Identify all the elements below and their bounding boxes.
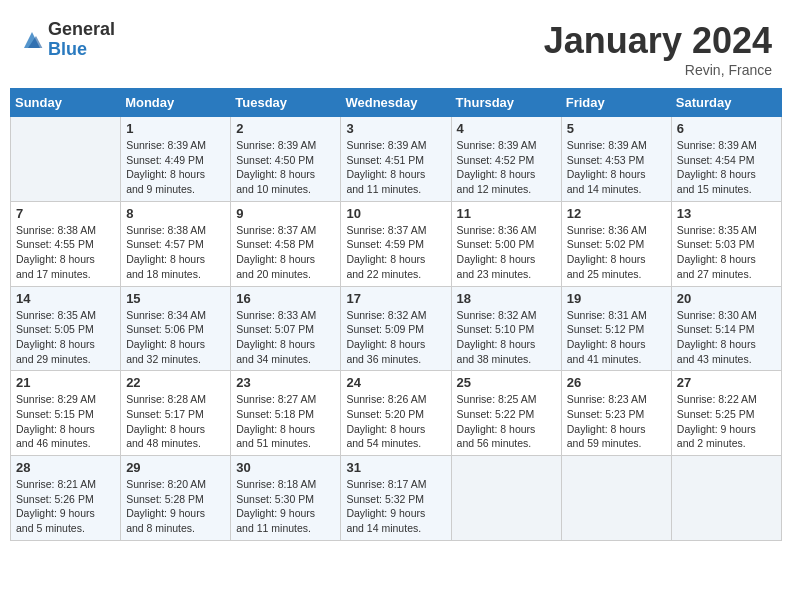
day-number: 9: [236, 206, 335, 221]
day-number: 16: [236, 291, 335, 306]
day-info: Sunrise: 8:26 AMSunset: 5:20 PMDaylight:…: [346, 392, 445, 451]
day-info: Sunrise: 8:36 AMSunset: 5:00 PMDaylight:…: [457, 223, 556, 282]
weekday-header-friday: Friday: [561, 89, 671, 117]
page-header: General Blue January 2024 Revin, France: [10, 10, 782, 83]
weekday-header-monday: Monday: [121, 89, 231, 117]
day-info: Sunrise: 8:32 AMSunset: 5:10 PMDaylight:…: [457, 308, 556, 367]
day-info: Sunrise: 8:29 AMSunset: 5:15 PMDaylight:…: [16, 392, 115, 451]
calendar-cell: [451, 456, 561, 541]
day-number: 17: [346, 291, 445, 306]
day-number: 25: [457, 375, 556, 390]
calendar-cell: 31Sunrise: 8:17 AMSunset: 5:32 PMDayligh…: [341, 456, 451, 541]
calendar-cell: 16Sunrise: 8:33 AMSunset: 5:07 PMDayligh…: [231, 286, 341, 371]
day-number: 29: [126, 460, 225, 475]
day-info: Sunrise: 8:21 AMSunset: 5:26 PMDaylight:…: [16, 477, 115, 536]
day-info: Sunrise: 8:39 AMSunset: 4:52 PMDaylight:…: [457, 138, 556, 197]
day-info: Sunrise: 8:37 AMSunset: 4:59 PMDaylight:…: [346, 223, 445, 282]
day-number: 4: [457, 121, 556, 136]
weekday-header-thursday: Thursday: [451, 89, 561, 117]
day-number: 2: [236, 121, 335, 136]
day-number: 19: [567, 291, 666, 306]
calendar-cell: 3Sunrise: 8:39 AMSunset: 4:51 PMDaylight…: [341, 117, 451, 202]
day-info: Sunrise: 8:34 AMSunset: 5:06 PMDaylight:…: [126, 308, 225, 367]
day-number: 6: [677, 121, 776, 136]
day-number: 12: [567, 206, 666, 221]
day-info: Sunrise: 8:39 AMSunset: 4:54 PMDaylight:…: [677, 138, 776, 197]
day-number: 31: [346, 460, 445, 475]
weekday-header-row: SundayMondayTuesdayWednesdayThursdayFrid…: [11, 89, 782, 117]
calendar-cell: 5Sunrise: 8:39 AMSunset: 4:53 PMDaylight…: [561, 117, 671, 202]
calendar-cell: 7Sunrise: 8:38 AMSunset: 4:55 PMDaylight…: [11, 201, 121, 286]
day-number: 7: [16, 206, 115, 221]
day-number: 8: [126, 206, 225, 221]
calendar-cell: 18Sunrise: 8:32 AMSunset: 5:10 PMDayligh…: [451, 286, 561, 371]
day-info: Sunrise: 8:33 AMSunset: 5:07 PMDaylight:…: [236, 308, 335, 367]
day-number: 20: [677, 291, 776, 306]
day-info: Sunrise: 8:37 AMSunset: 4:58 PMDaylight:…: [236, 223, 335, 282]
day-info: Sunrise: 8:36 AMSunset: 5:02 PMDaylight:…: [567, 223, 666, 282]
calendar-cell: 14Sunrise: 8:35 AMSunset: 5:05 PMDayligh…: [11, 286, 121, 371]
day-info: Sunrise: 8:23 AMSunset: 5:23 PMDaylight:…: [567, 392, 666, 451]
calendar-cell: 4Sunrise: 8:39 AMSunset: 4:52 PMDaylight…: [451, 117, 561, 202]
day-info: Sunrise: 8:38 AMSunset: 4:55 PMDaylight:…: [16, 223, 115, 282]
calendar-cell: 30Sunrise: 8:18 AMSunset: 5:30 PMDayligh…: [231, 456, 341, 541]
day-info: Sunrise: 8:28 AMSunset: 5:17 PMDaylight:…: [126, 392, 225, 451]
day-number: 22: [126, 375, 225, 390]
day-number: 15: [126, 291, 225, 306]
day-number: 14: [16, 291, 115, 306]
calendar-cell: 8Sunrise: 8:38 AMSunset: 4:57 PMDaylight…: [121, 201, 231, 286]
day-info: Sunrise: 8:39 AMSunset: 4:49 PMDaylight:…: [126, 138, 225, 197]
calendar-week-row: 1Sunrise: 8:39 AMSunset: 4:49 PMDaylight…: [11, 117, 782, 202]
calendar-cell: 26Sunrise: 8:23 AMSunset: 5:23 PMDayligh…: [561, 371, 671, 456]
day-number: 21: [16, 375, 115, 390]
day-info: Sunrise: 8:39 AMSunset: 4:53 PMDaylight:…: [567, 138, 666, 197]
calendar-cell: 9Sunrise: 8:37 AMSunset: 4:58 PMDaylight…: [231, 201, 341, 286]
location: Revin, France: [544, 62, 772, 78]
day-info: Sunrise: 8:22 AMSunset: 5:25 PMDaylight:…: [677, 392, 776, 451]
day-number: 13: [677, 206, 776, 221]
day-number: 23: [236, 375, 335, 390]
calendar-week-row: 28Sunrise: 8:21 AMSunset: 5:26 PMDayligh…: [11, 456, 782, 541]
calendar-week-row: 7Sunrise: 8:38 AMSunset: 4:55 PMDaylight…: [11, 201, 782, 286]
calendar-cell: [561, 456, 671, 541]
day-info: Sunrise: 8:20 AMSunset: 5:28 PMDaylight:…: [126, 477, 225, 536]
logo-blue-text: Blue: [48, 40, 115, 60]
calendar-table: SundayMondayTuesdayWednesdayThursdayFrid…: [10, 88, 782, 541]
day-info: Sunrise: 8:35 AMSunset: 5:05 PMDaylight:…: [16, 308, 115, 367]
weekday-header-wednesday: Wednesday: [341, 89, 451, 117]
day-number: 1: [126, 121, 225, 136]
day-number: 24: [346, 375, 445, 390]
logo-icon: [20, 28, 44, 52]
logo: General Blue: [20, 20, 115, 60]
day-info: Sunrise: 8:39 AMSunset: 4:51 PMDaylight:…: [346, 138, 445, 197]
day-info: Sunrise: 8:18 AMSunset: 5:30 PMDaylight:…: [236, 477, 335, 536]
day-number: 5: [567, 121, 666, 136]
calendar-cell: 24Sunrise: 8:26 AMSunset: 5:20 PMDayligh…: [341, 371, 451, 456]
logo-general: General: [48, 20, 115, 40]
day-number: 11: [457, 206, 556, 221]
calendar-week-row: 14Sunrise: 8:35 AMSunset: 5:05 PMDayligh…: [11, 286, 782, 371]
weekday-header-saturday: Saturday: [671, 89, 781, 117]
calendar-week-row: 21Sunrise: 8:29 AMSunset: 5:15 PMDayligh…: [11, 371, 782, 456]
day-number: 28: [16, 460, 115, 475]
day-info: Sunrise: 8:30 AMSunset: 5:14 PMDaylight:…: [677, 308, 776, 367]
day-info: Sunrise: 8:39 AMSunset: 4:50 PMDaylight:…: [236, 138, 335, 197]
day-number: 3: [346, 121, 445, 136]
month-title: January 2024: [544, 20, 772, 62]
calendar-cell: [11, 117, 121, 202]
calendar-cell: 10Sunrise: 8:37 AMSunset: 4:59 PMDayligh…: [341, 201, 451, 286]
calendar-cell: [671, 456, 781, 541]
calendar-cell: 17Sunrise: 8:32 AMSunset: 5:09 PMDayligh…: [341, 286, 451, 371]
day-info: Sunrise: 8:27 AMSunset: 5:18 PMDaylight:…: [236, 392, 335, 451]
weekday-header-tuesday: Tuesday: [231, 89, 341, 117]
calendar-cell: 11Sunrise: 8:36 AMSunset: 5:00 PMDayligh…: [451, 201, 561, 286]
calendar-cell: 20Sunrise: 8:30 AMSunset: 5:14 PMDayligh…: [671, 286, 781, 371]
calendar-cell: 15Sunrise: 8:34 AMSunset: 5:06 PMDayligh…: [121, 286, 231, 371]
title-area: January 2024 Revin, France: [544, 20, 772, 78]
day-info: Sunrise: 8:31 AMSunset: 5:12 PMDaylight:…: [567, 308, 666, 367]
calendar-cell: 22Sunrise: 8:28 AMSunset: 5:17 PMDayligh…: [121, 371, 231, 456]
calendar-cell: 1Sunrise: 8:39 AMSunset: 4:49 PMDaylight…: [121, 117, 231, 202]
calendar-cell: 21Sunrise: 8:29 AMSunset: 5:15 PMDayligh…: [11, 371, 121, 456]
calendar-cell: 6Sunrise: 8:39 AMSunset: 4:54 PMDaylight…: [671, 117, 781, 202]
day-number: 30: [236, 460, 335, 475]
